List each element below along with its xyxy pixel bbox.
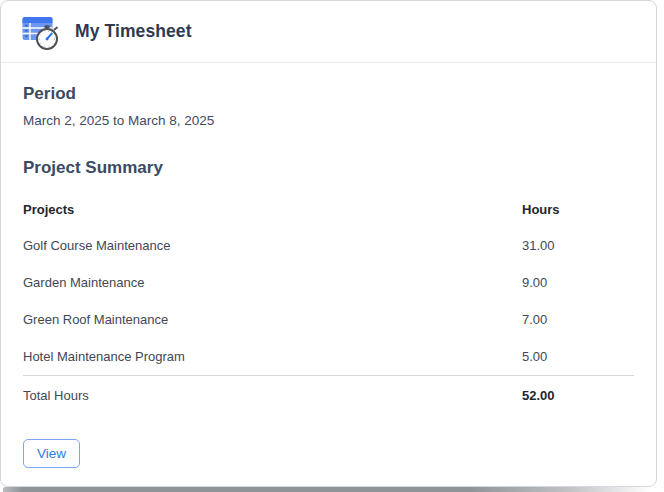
project-summary-heading: Project Summary bbox=[23, 158, 634, 178]
timesheet-stopwatch-icon bbox=[21, 12, 61, 52]
column-header-hours: Hours bbox=[522, 194, 634, 227]
total-hours-cell: 52.00 bbox=[522, 376, 634, 416]
project-summary-table: Projects Hours Golf Course Maintenance 3… bbox=[23, 194, 634, 415]
hours-cell: 9.00 bbox=[522, 264, 634, 301]
hours-cell: 31.00 bbox=[522, 227, 634, 264]
hours-cell: 5.00 bbox=[522, 338, 634, 376]
period-heading: Period bbox=[23, 84, 634, 104]
timesheet-widget-page: My Timesheet Period March 2, 2025 to Mar… bbox=[0, 0, 664, 492]
period-date-range: March 2, 2025 to March 8, 2025 bbox=[23, 113, 634, 128]
timesheet-card: My Timesheet Period March 2, 2025 to Mar… bbox=[0, 0, 657, 487]
table-header-row: Projects Hours bbox=[23, 194, 634, 227]
total-row: Total Hours 52.00 bbox=[23, 376, 634, 416]
window-edge-strip bbox=[3, 487, 651, 492]
hours-cell: 7.00 bbox=[522, 301, 634, 338]
project-name-cell: Garden Maintenance bbox=[23, 264, 522, 301]
card-header: My Timesheet bbox=[1, 1, 656, 63]
project-name-cell: Hotel Maintenance Program bbox=[23, 338, 522, 376]
column-header-projects: Projects bbox=[23, 194, 522, 227]
project-name-cell: Green Roof Maintenance bbox=[23, 301, 522, 338]
table-row: Garden Maintenance 9.00 bbox=[23, 264, 634, 301]
project-name-cell: Golf Course Maintenance bbox=[23, 227, 522, 264]
card-body: Period March 2, 2025 to March 8, 2025 Pr… bbox=[1, 84, 656, 468]
table-row: Golf Course Maintenance 31.00 bbox=[23, 227, 634, 264]
table-row: Hotel Maintenance Program 5.00 bbox=[23, 338, 634, 376]
view-button[interactable]: View bbox=[23, 439, 80, 468]
card-title: My Timesheet bbox=[75, 21, 192, 42]
table-row: Green Roof Maintenance 7.00 bbox=[23, 301, 634, 338]
total-label-cell: Total Hours bbox=[23, 376, 522, 416]
